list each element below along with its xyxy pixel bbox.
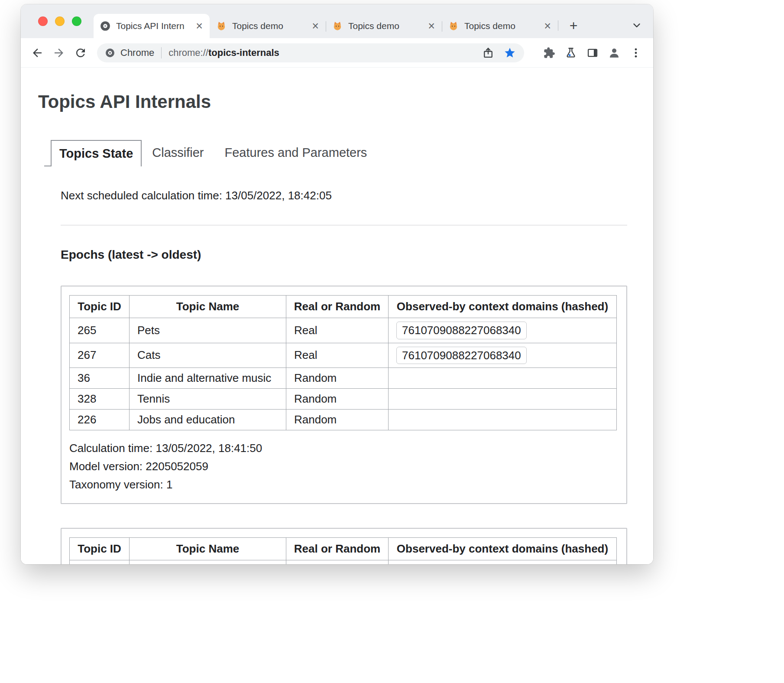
address-bar-chip-label: Chrome: [120, 47, 154, 59]
epochs-heading: Epochs (latest -> oldest): [61, 248, 627, 262]
table-row: 267 Cats Real 7610709088227068340: [70, 343, 617, 368]
tab-title: Topics API Intern: [116, 21, 191, 31]
extensions-icon[interactable]: [541, 45, 557, 61]
window-controls: [38, 16, 81, 26]
domains-cell: [389, 389, 617, 410]
close-tab-icon[interactable]: ×: [543, 20, 552, 32]
fullscreen-window-button[interactable]: [72, 16, 81, 26]
table-row: 328 Tennis Random: [70, 389, 617, 410]
tab-features-and-parameters[interactable]: Features and Parameters: [214, 140, 378, 166]
url-host: topics-internals: [208, 47, 279, 59]
profile-avatar-icon[interactable]: [606, 45, 622, 61]
browser-window: Topics API Intern × Topics demo ×: [21, 4, 653, 564]
real-or-random-cell: Random: [286, 560, 389, 564]
close-tab-icon[interactable]: ×: [427, 20, 436, 32]
epoch-table: Topic ID Topic Name Real or Random Obser…: [69, 537, 617, 564]
domains-cell: [389, 368, 617, 389]
topic-name-cell: Tennis: [130, 389, 286, 410]
domains-cell: [389, 560, 617, 564]
browser-tab-topics-demo-3[interactable]: Topics demo ×: [442, 14, 558, 38]
real-or-random-cell: Real: [286, 318, 389, 343]
next-calculation-time: Next scheduled calculation time: 13/05/2…: [61, 189, 627, 202]
real-or-random-cell: Random: [286, 389, 389, 410]
real-or-random-header: Real or Random: [286, 538, 389, 560]
topic-name-cell: Pets: [130, 318, 286, 343]
topic-id-header: Topic ID: [70, 538, 130, 560]
table-header-row: Topic ID Topic Name Real or Random Obser…: [70, 538, 617, 560]
labs-flask-icon[interactable]: [563, 45, 579, 61]
real-or-random-header: Real or Random: [286, 296, 389, 318]
chrome-logo-favicon-icon: [100, 20, 111, 32]
close-tab-icon[interactable]: ×: [311, 20, 320, 32]
topic-id-cell: 123: [70, 560, 130, 564]
domains-cell: [389, 410, 617, 430]
topic-id-header: Topic ID: [70, 296, 130, 318]
calculation-time: Calculation time: 13/05/2022, 18:41:50: [69, 439, 617, 457]
tab-classifier[interactable]: Classifier: [142, 140, 214, 166]
page-content: Topics API Internals Topics State Classi…: [21, 68, 653, 564]
domains-cell: 7610709088227068340: [389, 343, 617, 368]
observed-domains-header: Observed-by context domains (hashed): [389, 296, 617, 318]
tab-topics-state[interactable]: Topics State: [51, 140, 142, 166]
reload-icon[interactable]: [74, 46, 87, 60]
topic-name-cell: Jobs and education: [130, 410, 286, 430]
close-window-button[interactable]: [38, 16, 48, 26]
real-or-random-cell: Random: [286, 368, 389, 389]
new-tab-button[interactable]: +: [564, 16, 583, 35]
side-panel-icon[interactable]: [585, 45, 600, 61]
topic-name-header: Topic Name: [130, 296, 286, 318]
browser-tab-topics-internals[interactable]: Topics API Intern ×: [94, 14, 210, 38]
tab-separator: [558, 20, 558, 31]
table-row: 123 Printing and publishing Random: [70, 560, 617, 564]
model-version: Model version: 2205052059: [69, 457, 617, 475]
table-row: 265 Pets Real 7610709088227068340: [70, 318, 617, 343]
tab-title: Topics demo: [464, 21, 540, 31]
browser-tab-topics-demo-1[interactable]: Topics demo ×: [210, 14, 326, 38]
address-bar[interactable]: Chrome chrome://topics-internals: [97, 43, 524, 62]
page-title: Topics API Internals: [38, 91, 627, 112]
address-bar-separator: [161, 47, 162, 59]
cat-favicon-icon: [216, 20, 227, 32]
topic-name-cell: Cats: [130, 343, 286, 368]
chrome-logo-icon: [105, 48, 115, 58]
divider: [61, 225, 627, 225]
topic-id-cell: 265: [70, 318, 130, 343]
browser-tab-topics-demo-2[interactable]: Topics demo ×: [326, 14, 442, 38]
tab-title: Topics demo: [232, 21, 308, 31]
close-tab-icon[interactable]: ×: [195, 20, 204, 32]
topics-state-panel: Next scheduled calculation time: 13/05/2…: [61, 189, 627, 564]
domains-cell: 7610709088227068340: [389, 318, 617, 343]
taxonomy-version: Taxonomy version: 1: [69, 475, 617, 494]
tab-strip: Topics API Intern × Topics demo ×: [21, 4, 653, 38]
real-or-random-cell: Random: [286, 410, 389, 430]
internals-tab-bar: Topics State Classifier Features and Par…: [44, 140, 627, 166]
topic-name-cell: Indie and alternative music: [130, 368, 286, 389]
epoch-block-older: Topic ID Topic Name Real or Random Obser…: [61, 528, 627, 564]
minimize-window-button[interactable]: [55, 16, 65, 26]
url-scheme: chrome://: [168, 47, 208, 59]
epoch-table: Topic ID Topic Name Real or Random Obser…: [69, 295, 617, 430]
topic-id-cell: 267: [70, 343, 130, 368]
domains-hash-chip: 7610709088227068340: [396, 322, 527, 339]
browser-toolbar: Chrome chrome://topics-internals: [21, 38, 653, 68]
table-row: 226 Jobs and education Random: [70, 410, 617, 430]
epoch-block-latest: Topic ID Topic Name Real or Random Obser…: [61, 286, 627, 504]
share-icon[interactable]: [482, 46, 495, 59]
tab-list-chevron-icon[interactable]: [629, 17, 645, 33]
topic-id-cell: 36: [70, 368, 130, 389]
tab-title: Topics demo: [348, 21, 424, 31]
epoch-metadata: Calculation time: 13/05/2022, 18:41:50 M…: [69, 439, 617, 494]
topic-name-cell: Printing and publishing: [130, 560, 286, 564]
cat-favicon-icon: [448, 20, 459, 32]
menu-dots-icon[interactable]: [628, 45, 644, 61]
real-or-random-cell: Real: [286, 343, 389, 368]
browser-tabs: Topics API Intern × Topics demo ×: [94, 4, 583, 38]
observed-domains-header: Observed-by context domains (hashed): [389, 538, 617, 560]
back-icon[interactable]: [30, 46, 44, 60]
table-row: 36 Indie and alternative music Random: [70, 368, 617, 389]
bookmark-star-icon[interactable]: [503, 46, 516, 59]
forward-icon[interactable]: [52, 46, 66, 60]
cat-favicon-icon: [332, 20, 343, 32]
topic-id-cell: 226: [70, 410, 130, 430]
domains-hash-chip: 7610709088227068340: [396, 347, 527, 364]
